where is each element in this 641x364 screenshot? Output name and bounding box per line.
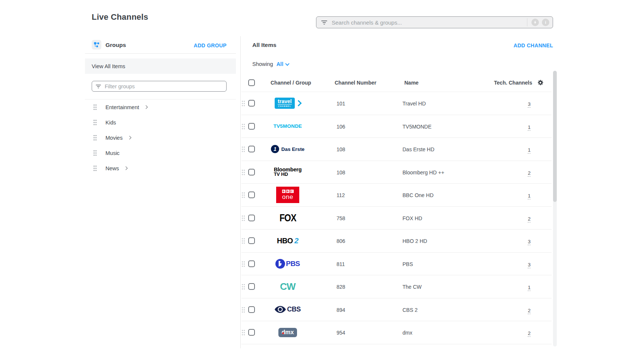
chevron-right-icon[interactable] [144, 105, 148, 109]
view-all-items[interactable]: View All Items [85, 58, 236, 74]
row-checkbox[interactable] [248, 260, 255, 267]
tech-channels-count[interactable]: 1 [528, 124, 531, 131]
panel-divider [240, 36, 241, 348]
sidebar-group-item[interactable]: Movies [85, 130, 236, 145]
row-checkbox[interactable] [248, 215, 255, 221]
tech-channels-count[interactable]: 2 [528, 308, 531, 314]
channel-table-row[interactable]: CWTHE 828 The CW 1 [241, 275, 552, 298]
tech-channels-count[interactable]: 1 [528, 285, 531, 291]
row-checkbox[interactable] [248, 146, 255, 152]
drag-handle-icon[interactable] [241, 329, 245, 336]
table-settings-button[interactable] [537, 79, 544, 88]
row-checkbox[interactable] [248, 123, 255, 130]
filter-groups-input[interactable] [104, 83, 226, 90]
bbc-box: BBCone [276, 187, 299, 203]
tech-channels-cell: 2 [522, 330, 537, 336]
cbs-eye-icon [275, 306, 286, 313]
row-checkbox[interactable] [248, 100, 255, 107]
cw-the: THE [281, 286, 285, 288]
tech-channels-count[interactable]: 2 [528, 330, 531, 337]
channel-logo-tv5monde: TV5MONDE [274, 123, 302, 129]
channel-table-row[interactable]: CBS 894 CBS 2 2 [241, 298, 552, 321]
row-checkbox[interactable] [248, 169, 255, 175]
live-channels-page: Live Channels i Groups ADD GROUP View Al… [0, 0, 641, 364]
channel-table-row[interactable]: TV5MONDE 106 TV5MONDE 1 [241, 115, 552, 138]
dmx-box: dmx [278, 328, 297, 337]
info-button[interactable]: i [542, 19, 549, 26]
chevron-right-icon[interactable] [127, 136, 131, 140]
tech-channels-cell: 1 [522, 146, 537, 153]
trv-box: travelCHANNEL [275, 98, 294, 109]
channel-logo-cell: BloombergTV HD [271, 161, 305, 184]
channel-table-row[interactable]: BBCone 112 BBC One HD 1 [241, 183, 552, 206]
row-checkbox[interactable] [248, 192, 255, 198]
add-group-button[interactable]: ADD GROUP [166, 42, 227, 48]
channel-name: CBS 2 [402, 307, 417, 313]
channel-logo-cell: 1Das Erste [271, 138, 305, 161]
bbc-b: C [290, 190, 294, 193]
channel-table-row[interactable]: PBS 811 PBS 3 [241, 252, 552, 275]
tech-channels-count[interactable]: 1 [528, 147, 531, 153]
search-input[interactable] [331, 19, 527, 26]
tech-channels-count[interactable]: 1 [528, 193, 531, 199]
sidebar-group-item[interactable]: Kids [85, 115, 236, 130]
drag-handle-icon[interactable] [93, 104, 97, 110]
row-checkbox[interactable] [248, 329, 255, 336]
drag-handle-icon[interactable] [241, 284, 245, 290]
channel-logo-thecw: CWTHE [280, 281, 295, 292]
tech-channels-count[interactable]: 2 [528, 216, 531, 222]
row-checkbox[interactable] [248, 283, 255, 290]
chevron-right-icon[interactable] [124, 167, 128, 170]
tech-channels-count[interactable]: 3 [528, 262, 531, 268]
tech-channels-cell: 3 [522, 238, 537, 245]
drag-handle-icon[interactable] [93, 165, 97, 171]
sidebar-group-item[interactable]: Entertainment [85, 99, 236, 115]
channel-table-row[interactable]: HBO2 806 HBO 2 HD 3 [241, 229, 552, 252]
row-checkbox[interactable] [248, 306, 255, 313]
channel-name: TV5MONDE [402, 124, 432, 130]
channel-number: 112 [337, 192, 345, 198]
chevron-down-icon [285, 61, 289, 66]
channel-logo-cell: HBO2 [271, 230, 305, 252]
tech-channels-count[interactable]: 3 [528, 101, 531, 108]
channel-logo-fox: FOX [278, 212, 298, 224]
drag-handle-icon[interactable] [93, 150, 97, 156]
tech-channels-cell: 1 [522, 124, 537, 130]
tech-channels-cell: 2 [522, 307, 537, 314]
drag-handle-icon[interactable] [241, 307, 245, 313]
drag-handle-icon[interactable] [241, 146, 245, 152]
drag-handle-icon[interactable] [241, 169, 245, 175]
row-checkbox[interactable] [248, 237, 255, 244]
add-channel-button[interactable]: ADD CHANNEL [483, 42, 553, 48]
drag-handle-icon[interactable] [241, 100, 245, 107]
pbs-t: PBS [286, 260, 300, 268]
trv-sub: CHANNEL [278, 105, 291, 107]
drag-handle-icon[interactable] [93, 119, 97, 126]
drag-handle-icon[interactable] [241, 215, 245, 221]
dmx-dot [282, 332, 284, 334]
table-scrollbar-thumb[interactable] [553, 71, 557, 202]
channel-table-row[interactable]: BloombergTV HD 108 Bloomberg HD ++ 2 [241, 161, 552, 184]
lightning-button[interactable] [531, 19, 539, 26]
gear-icon [537, 79, 544, 86]
sidebar-group-item[interactable]: News [85, 161, 236, 176]
drag-handle-icon[interactable] [93, 134, 97, 141]
drag-handle-icon[interactable] [241, 261, 245, 267]
channel-logo-cell: CWTHE [271, 275, 305, 298]
drag-handle-icon[interactable] [241, 238, 245, 244]
channel-table-row[interactable]: travelCHANNEL 101 Travel HD 3 [241, 92, 552, 115]
sidebar-group-item[interactable]: Music [85, 145, 236, 161]
channel-table-row[interactable]: FOX 758 FOX HD 2 [241, 206, 552, 230]
channel-table-row[interactable]: dmx 954 dmx 2 [241, 321, 552, 344]
de-circle: 1 [271, 145, 279, 153]
select-all-checkbox[interactable] [248, 79, 255, 86]
drag-handle-icon[interactable] [241, 192, 245, 198]
tech-channels-count[interactable]: 3 [528, 239, 531, 245]
tech-channels-count[interactable]: 2 [528, 170, 531, 177]
group-list: Entertainment Kids Movies Music News [85, 99, 236, 176]
drag-handle-icon[interactable] [241, 123, 245, 130]
showing-dropdown[interactable]: All [277, 61, 289, 67]
lightning-icon [533, 20, 537, 25]
channel-logo-travel: travelCHANNEL [275, 98, 300, 109]
channel-table-row[interactable]: 1Das Erste 108 Das Erste HD 1 [241, 137, 552, 161]
